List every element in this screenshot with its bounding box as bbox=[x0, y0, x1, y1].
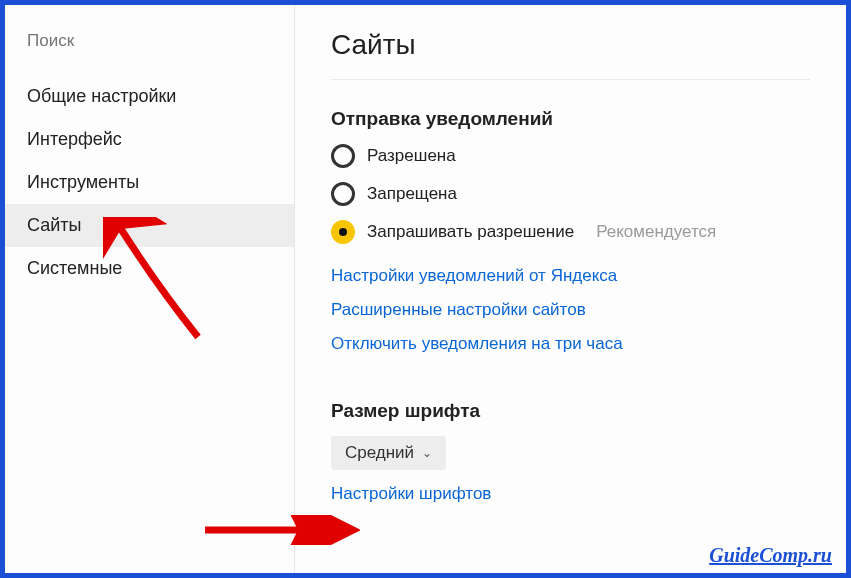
sidebar-item-interface[interactable]: Интерфейс bbox=[5, 118, 294, 161]
radio-denied[interactable]: Запрещена bbox=[331, 182, 810, 206]
sidebar-item-general[interactable]: Общие настройки bbox=[5, 75, 294, 118]
settings-window: Общие настройки Интерфейс Инструменты Са… bbox=[0, 0, 851, 578]
link-font-settings[interactable]: Настройки шрифтов bbox=[331, 484, 491, 503]
sidebar: Общие настройки Интерфейс Инструменты Са… bbox=[5, 5, 295, 573]
radio-ask[interactable]: Запрашивать разрешение Рекомендуется bbox=[331, 220, 810, 244]
font-size-heading: Размер шрифта bbox=[331, 400, 810, 422]
radio-dot-icon bbox=[339, 228, 347, 236]
search-box bbox=[25, 25, 274, 57]
sidebar-item-label: Инструменты bbox=[27, 172, 139, 192]
chevron-down-icon: ⌄ bbox=[422, 446, 432, 460]
search-input[interactable] bbox=[25, 25, 274, 57]
link-yandex-notifications[interactable]: Настройки уведомлений от Яндекса bbox=[331, 266, 810, 286]
sidebar-item-label: Интерфейс bbox=[27, 129, 122, 149]
sidebar-item-sites[interactable]: Сайты bbox=[5, 204, 294, 247]
radio-label: Запрашивать разрешение bbox=[367, 222, 574, 242]
font-size-dropdown[interactable]: Средний ⌄ bbox=[331, 436, 446, 470]
sidebar-item-tools[interactable]: Инструменты bbox=[5, 161, 294, 204]
notifications-heading: Отправка уведомлений bbox=[331, 108, 810, 130]
link-disable-3h[interactable]: Отключить уведомления на три часа bbox=[331, 334, 810, 354]
radio-label: Разрешена bbox=[367, 146, 456, 166]
watermark: GuideComp.ru bbox=[709, 544, 832, 567]
radio-label: Запрещена bbox=[367, 184, 457, 204]
radio-icon bbox=[331, 144, 355, 168]
radio-icon bbox=[331, 182, 355, 206]
divider bbox=[331, 79, 810, 80]
link-advanced-site-settings[interactable]: Расширенные настройки сайтов bbox=[331, 300, 810, 320]
radio-allowed[interactable]: Разрешена bbox=[331, 144, 810, 168]
recommended-hint: Рекомендуется bbox=[596, 222, 716, 242]
main-content: Сайты Отправка уведомлений Разрешена Зап… bbox=[295, 5, 846, 573]
sidebar-item-label: Общие настройки bbox=[27, 86, 176, 106]
sidebar-item-system[interactable]: Системные bbox=[5, 247, 294, 290]
page-title: Сайты bbox=[331, 29, 810, 79]
notification-links: Настройки уведомлений от Яндекса Расшире… bbox=[331, 266, 810, 354]
sidebar-item-label: Сайты bbox=[27, 215, 81, 235]
sidebar-item-label: Системные bbox=[27, 258, 122, 278]
radio-icon-selected bbox=[331, 220, 355, 244]
dropdown-value: Средний bbox=[345, 443, 414, 463]
